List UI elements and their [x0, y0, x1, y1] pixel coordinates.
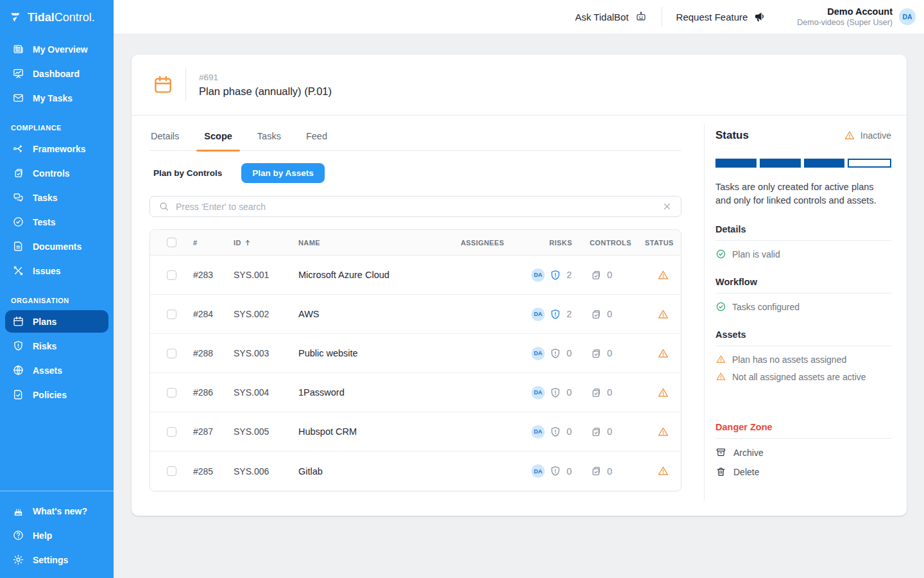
sidebar-item-issues[interactable]: Issues: [5, 259, 108, 282]
scope-section: DetailsScopeTasksFeed Plan by Controls P…: [132, 116, 704, 516]
table-row[interactable]: #283SYS.001Microsoft Azure CloudDA20: [150, 256, 681, 295]
assets-table: #IDNAMEASSIGNEESRISKSCONTROLSSTATUS #283…: [150, 229, 681, 491]
plan-number: #691: [199, 73, 332, 82]
calendar-icon: [12, 315, 24, 328]
account-avatar: DA: [899, 8, 916, 25]
row-id: SYS.002: [234, 309, 298, 319]
mail-icon: [12, 92, 24, 104]
row-checkbox[interactable]: [167, 349, 176, 358]
tab-details[interactable]: Details: [150, 124, 180, 150]
column-header-id[interactable]: ID: [234, 238, 298, 247]
sidebar-section-label-compliance: COMPLIANCE: [0, 111, 114, 136]
warning-icon: [657, 347, 669, 360]
sidebar: TidalControl. My OverviewDashboardMy Tas…: [0, 0, 114, 578]
plan-title: Plan phase (annually) (P.01): [199, 85, 332, 98]
account-name: Demo Account: [797, 6, 893, 17]
account-menu[interactable]: Demo Account Demo-videos (Super User) DA: [797, 6, 916, 27]
row-id: SYS.005: [234, 426, 298, 437]
shield-icon: [12, 340, 24, 352]
table-row[interactable]: #287SYS.005Hubspot CRMDA00: [150, 412, 681, 451]
archive-icon: [715, 447, 726, 458]
shield-icon: [549, 465, 561, 477]
progress-segment: [804, 159, 845, 168]
warning-icon: [657, 269, 669, 281]
risks-count: 0: [567, 387, 572, 398]
select-all-checkbox[interactable]: [167, 238, 176, 247]
plan-card: #691 Plan phase (annually) (P.01) Detail…: [132, 55, 907, 516]
row-number: #287: [193, 426, 234, 437]
tab-feed[interactable]: Feed: [305, 124, 329, 150]
row-controls: 0: [590, 269, 645, 281]
sidebar-item-assets[interactable]: Assets: [5, 359, 108, 381]
sidebar-item-what-s-new[interactable]: What's new?: [5, 500, 108, 522]
sidebar-item-plans[interactable]: Plans: [5, 310, 108, 333]
sidebar-item-tasks[interactable]: Tasks: [5, 186, 108, 209]
column-header-label: ASSIGNEES: [461, 239, 504, 247]
sidebar-item-label: What's new?: [33, 506, 87, 516]
risks-count: 0: [567, 466, 572, 477]
danger-action-label: Delete: [733, 467, 759, 477]
row-name: AWS: [298, 309, 461, 319]
ask-tidalbot-button[interactable]: Ask TidalBot: [561, 10, 661, 23]
badge-check-icon: [12, 216, 24, 228]
sidebar-item-tests[interactable]: Tests: [5, 211, 108, 233]
sidebar-item-settings[interactable]: Settings: [5, 548, 108, 571]
row-name: Hubspot CRM: [298, 426, 461, 437]
cake-icon: [12, 505, 24, 517]
sidebar-item-frameworks[interactable]: Frameworks: [5, 137, 108, 160]
content-area: #691 Plan phase (annually) (P.01) Detail…: [114, 33, 924, 578]
sidebar-item-help[interactable]: Help: [5, 524, 108, 547]
tab-tasks[interactable]: Tasks: [256, 124, 282, 150]
table-row[interactable]: #285SYS.006GitlabDA00: [150, 451, 681, 491]
panel-status-text: Plan has no assets assigned: [732, 355, 846, 365]
request-feature-button[interactable]: Request Feature: [662, 10, 781, 23]
assignee-avatar: DA: [531, 464, 545, 478]
brand-logo[interactable]: TidalControl.: [0, 0, 114, 36]
panel-section-title: Details: [715, 224, 891, 241]
sidebar-item-label: Issues: [33, 266, 61, 276]
sidebar-item-risks[interactable]: Risks: [5, 335, 108, 357]
sidebar-item-my-overview[interactable]: My Overview: [5, 38, 108, 60]
shield-icon: [549, 269, 561, 281]
risks-count: 2: [567, 270, 572, 280]
row-checkbox[interactable]: [167, 270, 176, 280]
warning-icon: [715, 371, 726, 382]
row-checkbox[interactable]: [167, 310, 176, 319]
panel-section-assets: AssetsPlan has no assets assignedNot all…: [715, 329, 891, 382]
panel-status-item: Tasks configured: [715, 301, 891, 312]
row-id: SYS.001: [234, 270, 298, 280]
row-assignees: DA: [461, 425, 549, 439]
sidebar-item-controls[interactable]: Controls: [5, 162, 108, 184]
doc-check-icon: [12, 389, 24, 401]
row-status: [645, 347, 681, 360]
table-row[interactable]: #286SYS.0041PasswordDA00: [150, 373, 681, 412]
overview-icon: [12, 43, 24, 55]
plan-by-controls-button[interactable]: Plan by Controls: [150, 168, 226, 178]
sidebar-item-my-tasks[interactable]: My Tasks: [5, 87, 108, 109]
table-row[interactable]: #284SYS.002AWSDA20: [150, 295, 681, 334]
row-checkbox[interactable]: [167, 466, 176, 476]
row-number: #288: [193, 348, 234, 358]
row-risks: 2: [549, 308, 590, 320]
plan-by-assets-button[interactable]: Plan by Assets: [241, 163, 325, 183]
row-risks: 0: [549, 426, 590, 438]
sidebar-sections: COMPLIANCEFrameworksControlsTasksTestsDo…: [0, 111, 114, 408]
column-header-label: NAME: [298, 239, 320, 247]
search-input[interactable]: [176, 202, 655, 212]
status-sections: DetailsPlan is validWorkflowTasks config…: [715, 224, 891, 382]
archive-button[interactable]: Archive: [715, 447, 891, 458]
row-checkbox[interactable]: [167, 388, 176, 398]
sidebar-item-policies[interactable]: Policies: [5, 383, 108, 406]
sidebar-item-documents[interactable]: Documents: [5, 235, 108, 258]
danger-zone: Danger Zone ArchiveDelete: [715, 422, 891, 477]
table-row[interactable]: #288SYS.003Public websiteDA00: [150, 334, 681, 373]
sidebar-item-label: Help: [33, 530, 52, 541]
clear-search-icon[interactable]: [662, 201, 672, 212]
tab-scope[interactable]: Scope: [203, 124, 234, 150]
sidebar-item-label: Dashboard: [33, 69, 80, 79]
status-state-label: Inactive: [860, 130, 891, 141]
delete-button[interactable]: Delete: [715, 466, 891, 477]
sidebar-item-dashboard[interactable]: Dashboard: [5, 62, 108, 85]
sidebar-footer-nav: What's new?HelpSettings: [0, 498, 114, 578]
row-checkbox[interactable]: [167, 427, 176, 437]
